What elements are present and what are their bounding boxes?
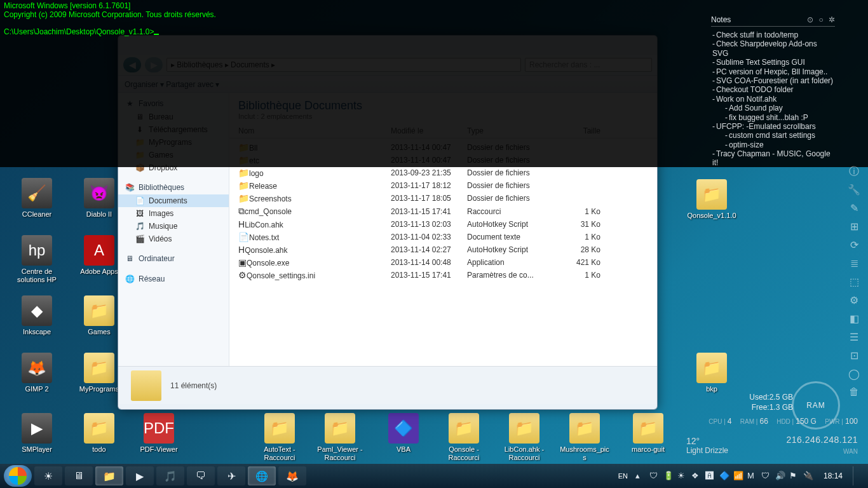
sidebar-computer[interactable]: 🖥Ordinateur — [118, 252, 229, 266]
language-indicator[interactable]: EN — [616, 471, 630, 481]
desktop-icon-pdfviewer[interactable]: PDFPDF-Viewer — [133, 413, 184, 454]
desktop-icon-ccleaner[interactable]: 🧹CCleaner — [11, 178, 62, 219]
gadget-icon[interactable]: ⚙ — [848, 294, 860, 307]
sidebar-item-images[interactable]: 🖼Images — [118, 207, 229, 220]
gadget-icon[interactable]: ✎ — [848, 202, 860, 215]
gadget-icon[interactable]: ⬚ — [848, 276, 860, 288]
notes-btn-2[interactable]: ○ — [818, 15, 823, 24]
tray-icon[interactable]: 🔌 — [803, 471, 813, 481]
tray-icon[interactable]: ▴ — [635, 471, 646, 481]
desktop-icon-qonsole-folder[interactable]: 📁Qonsole_v1.1.0 — [686, 179, 737, 220]
ram-text: Used:2.5 GB Free:1.3 GB — [749, 393, 793, 412]
notes-item: Sublime Text Settings GUI — [711, 58, 835, 67]
notes-btn-settings[interactable]: ✲ — [829, 15, 835, 24]
file-row[interactable]: 📄Notes.txt2013-11-04 02:33Document texte… — [229, 231, 657, 243]
notes-item: fix bugged shit...blah :P — [711, 113, 835, 122]
gadget-icon[interactable]: ⊡ — [848, 349, 860, 362]
taskbar-button-firefox[interactable]: 🦊 — [278, 466, 306, 485]
computer-icon: 🖥 — [125, 254, 135, 264]
gadget-icon[interactable]: ≣ — [848, 257, 860, 270]
desktop-icon-marcoguit[interactable]: 📁marco-guit — [623, 413, 674, 454]
notes-item: custom cmd start settings — [711, 131, 835, 140]
desktop-icon-smplayer[interactable]: ▶SMPlayer — [11, 413, 62, 454]
tray-icon[interactable]: 📶 — [733, 471, 743, 481]
gadget-icon[interactable]: ⊞ — [848, 220, 860, 233]
desktop-icon-hp[interactable]: hpCentre de solutions HP — [11, 235, 62, 284]
sidebar-network[interactable]: 🌐Réseau — [118, 272, 229, 286]
tray-icon[interactable]: ❖ — [691, 471, 702, 481]
notes-btn-1[interactable]: ⊙ — [807, 15, 813, 24]
desktop-icon-autotext[interactable]: 📁AutoText - Raccourci — [254, 413, 305, 462]
gadget-strip: ⓘ 🔧 ✎ ⊞ ⟳ ≣ ⬚ ⚙ ◧ ☰ ⊡ ◯ 🗑 — [848, 165, 860, 399]
taskbar-button-launcher[interactable]: ✈ — [217, 466, 245, 485]
tray-icon[interactable]: ☀ — [677, 471, 688, 481]
notes-item: SVG COA-Fourestier (in art folder) — [711, 76, 835, 85]
tray-icon[interactable]: 🛡 — [761, 471, 771, 481]
sidebar-libraries-header[interactable]: 📚Bibliothèques — [118, 180, 229, 194]
gadget-icon[interactable]: ◯ — [848, 368, 860, 381]
file-row[interactable]: ▣Qonsole.exe2013-11-14 00:48Application4… — [229, 256, 657, 269]
desktop-icon-vba[interactable]: 🔷VBA — [378, 413, 429, 454]
file-row[interactable]: ⚙Qonsole_settings.ini2013-11-15 17:41Par… — [229, 269, 657, 281]
gadget-icon[interactable]: ☰ — [848, 331, 860, 344]
system-monitor: CPU |4 RAM |66 HDD |150 G PWR |100 216.2… — [709, 416, 858, 456]
tray-icon[interactable]: 🅰 — [705, 471, 715, 481]
desktop-icon-todo[interactable]: 📁todo — [74, 413, 125, 454]
notes-widget[interactable]: Notes ⊙ ○ ✲ Check stuff in todo/tempChec… — [711, 15, 835, 168]
taskbar-clock[interactable]: 18:14 — [818, 471, 848, 480]
file-row[interactable]: 📁logo2013-09-23 21:35Dossier de fichiers — [229, 166, 657, 179]
image-icon: 🖼 — [135, 208, 145, 219]
document-icon: 📄 — [135, 196, 145, 206]
notes-item: Add Sound play — [711, 104, 835, 112]
notes-item: Check Sharpdevelop Add-ons SVG — [711, 39, 835, 58]
gadget-icon[interactable]: 🗑 — [848, 386, 860, 399]
notes-item: UFCPP: -Emulated scrollbars — [711, 122, 835, 131]
gadget-icon[interactable]: ⓘ — [848, 165, 860, 178]
tray-icon[interactable]: 🛡 — [649, 471, 660, 481]
file-row[interactable]: HLibCon.ahk2013-11-13 02:03AutoHotkey Sc… — [229, 218, 657, 231]
sidebar-item-documents[interactable]: 📄Documents — [118, 194, 229, 207]
system-tray: EN ▴🛡🔋☀❖🅰🔷📶M🛡🔊⚑🔌 18:14 — [616, 466, 864, 485]
desktop-icon-adobe[interactable]: AAdobe Apps — [74, 235, 125, 276]
notes-item: optim-size — [711, 140, 835, 149]
desktop-icon-qonsole-shortcut[interactable]: 📁Qonsole - Raccourci — [438, 413, 489, 462]
tray-icon[interactable]: 🔋 — [663, 471, 674, 481]
gadget-icon[interactable]: ⟳ — [848, 239, 860, 252]
file-row[interactable]: 📁Release2013-11-17 18:12Dossier de fichi… — [229, 179, 657, 192]
taskbar-button-chrome[interactable]: 🌐 — [248, 466, 276, 485]
tray-icon[interactable]: 🔊 — [775, 471, 785, 481]
desktop-icon-bkp[interactable]: 📁bkp — [686, 353, 737, 393]
notes-item: PC version of Hexpic, Bll Image.. — [711, 67, 835, 76]
desktop-icon-libcon[interactable]: 📁LibCon.ahk - Raccourci — [499, 413, 550, 462]
notes-title: Notes — [711, 15, 731, 24]
start-button[interactable] — [4, 465, 32, 487]
desktop-icon-mushrooms[interactable]: 📁Mushrooms_pics — [559, 413, 610, 462]
file-row[interactable]: HQonsole.ahk2013-11-14 02:27AutoHotkey S… — [229, 243, 657, 256]
tray-icon[interactable]: ⚑ — [789, 471, 799, 481]
gadget-icon[interactable]: ◧ — [848, 313, 860, 325]
sidebar-item-music[interactable]: 🎵Musique — [118, 220, 229, 233]
taskbar-button-weather[interactable]: ☀ — [34, 466, 62, 485]
taskbar-button-desktop-toggle[interactable]: 🖥 — [65, 466, 93, 485]
notes-item: Checkout TODO folder — [711, 85, 835, 94]
tray-icon[interactable]: M — [747, 471, 757, 481]
show-desktop-button[interactable] — [853, 466, 859, 485]
tray-icon[interactable]: 🔷 — [719, 471, 729, 481]
taskbar-button-chat[interactable]: 🗨 — [187, 466, 215, 485]
file-row[interactable]: 📁Screenshots2013-11-17 18:05Dossier de f… — [229, 192, 657, 205]
taskbar-button-itunes[interactable]: 🎵 — [156, 466, 184, 485]
desktop-icon-myprograms[interactable]: 📁MyPrograms — [74, 353, 125, 393]
file-row[interactable]: ⧉cmd_Qonsole2013-11-15 17:41Raccourci1 K… — [229, 205, 657, 218]
desktop-icon-inkscape[interactable]: ◆Inkscape — [11, 295, 62, 336]
taskbar-button-media-player[interactable]: ▶ — [126, 466, 154, 485]
music-icon: 🎵 — [135, 221, 145, 231]
notes-item: Tracy Chapman - MUSIC, Google it! — [711, 149, 835, 168]
taskbar-button-explorer[interactable]: 📁 — [95, 466, 123, 485]
desktop-icon-games[interactable]: 📁Games — [74, 295, 125, 336]
desktop-icon-paml[interactable]: 📁Paml_Viewer - Raccourci — [315, 413, 365, 462]
sidebar-item-videos[interactable]: 🎬Vidéos — [118, 233, 229, 245]
desktop-icon-diablo[interactable]: 👿Diablo II — [74, 178, 125, 219]
gadget-icon[interactable]: 🔧 — [848, 184, 860, 196]
desktop-icon-gimp[interactable]: 🦊GIMP 2 — [11, 353, 62, 393]
folder-icon — [131, 370, 161, 401]
